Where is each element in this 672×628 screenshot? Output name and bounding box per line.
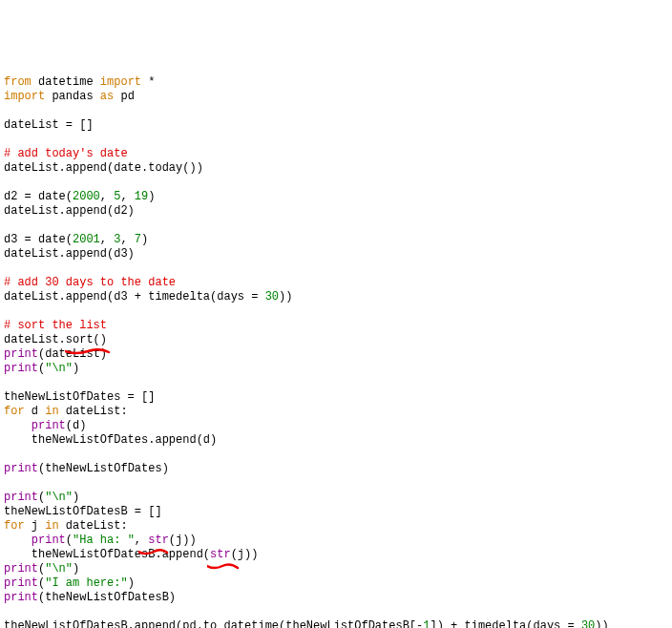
code-line: theNewListOfDatesB = [] bbox=[4, 505, 162, 518]
code-line: import pandas as pd bbox=[4, 90, 135, 103]
builtin-print: print bbox=[32, 534, 66, 547]
code-line: for d in dateList: bbox=[4, 405, 128, 418]
builtin-print: print bbox=[4, 347, 38, 361]
code-line: d3 = date(2001, 3, 7) bbox=[4, 233, 148, 246]
comment: # add today's date bbox=[4, 147, 128, 160]
code-line: print("\n") bbox=[4, 491, 79, 504]
code-line: theNewListOfDatesB.append(pd.to_datetime… bbox=[4, 619, 609, 628]
builtin-print: print bbox=[4, 362, 38, 375]
code-line: dateList.append(d3 + timedelta(days = 30… bbox=[4, 290, 292, 304]
code-line: dateList.sort() bbox=[4, 333, 107, 346]
keyword-for: for bbox=[4, 519, 25, 533]
builtin-str: str bbox=[148, 534, 169, 547]
builtin-str: str bbox=[210, 548, 231, 561]
module-name: pandas bbox=[52, 90, 93, 103]
builtin-print: print bbox=[4, 462, 38, 475]
keyword-in: in bbox=[45, 519, 58, 533]
builtin-print: print bbox=[4, 576, 38, 590]
code-line: dateList.append(d2) bbox=[4, 204, 135, 218]
code-line: print(theNewListOfDates) bbox=[4, 462, 169, 475]
star: * bbox=[148, 75, 155, 89]
alias: pd bbox=[120, 90, 134, 103]
code-line: print("I am here:") bbox=[4, 576, 135, 590]
code-line: print("\n") bbox=[4, 562, 79, 576]
code-line: dateList = [] bbox=[4, 118, 94, 132]
comment: # add 30 days to the date bbox=[4, 276, 176, 289]
code-line: print(dateList) bbox=[4, 347, 107, 361]
module-name: datetime bbox=[38, 75, 94, 89]
code-line: print(d) bbox=[4, 419, 86, 432]
builtin-print: print bbox=[4, 491, 38, 504]
code-line: from datetime import * bbox=[4, 75, 155, 89]
keyword-import: import bbox=[100, 75, 141, 89]
code-line: print("Ha ha: ", str(j)) bbox=[4, 534, 197, 547]
builtin-print: print bbox=[32, 419, 66, 432]
code-block: from datetime import * import pandas as … bbox=[4, 61, 668, 628]
builtin-print: print bbox=[4, 591, 38, 604]
code-line: dateList.append(date.today()) bbox=[4, 161, 203, 175]
code-line: print("\n") bbox=[4, 362, 79, 375]
keyword-import: import bbox=[4, 90, 45, 103]
keyword-from: from bbox=[4, 75, 32, 89]
keyword-for: for bbox=[4, 405, 25, 418]
code-line: theNewListOfDates.append(d) bbox=[4, 433, 217, 447]
code-line: for j in dateList: bbox=[4, 519, 128, 533]
builtin-print: print bbox=[4, 562, 38, 576]
comment: # sort the list bbox=[4, 319, 107, 332]
keyword-in: in bbox=[45, 405, 58, 418]
code-line: theNewListOfDates = [] bbox=[4, 390, 155, 404]
code-line: print(theNewListOfDatesB) bbox=[4, 591, 176, 604]
keyword-as: as bbox=[100, 90, 114, 103]
code-line: theNewListOfDatesB.append(str(j)) bbox=[4, 548, 258, 561]
code-line: dateList.append(d3) bbox=[4, 247, 135, 261]
code-line: d2 = date(2000, 5, 19) bbox=[4, 190, 155, 203]
